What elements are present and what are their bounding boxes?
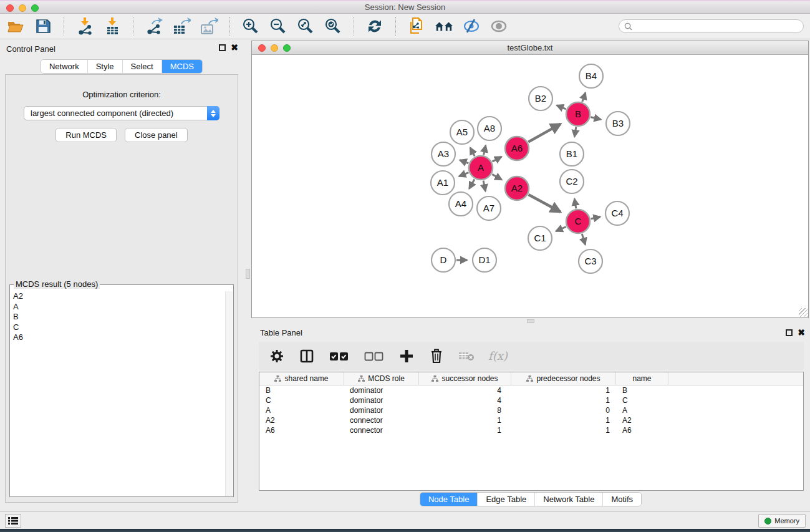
table-cell[interactable]: 1 [511,426,616,435]
function-builder-icon[interactable]: f(x) [488,349,508,362]
table-cell[interactable]: B [616,386,668,395]
network-snapshot-icon[interactable] [407,17,426,36]
tab-mcds[interactable]: MCDS [162,60,202,73]
graph-node-D1[interactable]: D1 [473,248,496,272]
graph-node-A8[interactable]: A8 [478,117,501,140]
memory-button[interactable]: Memory [758,514,806,528]
run-mcds-button[interactable]: Run MCDS [55,128,117,142]
column-header-mcds-role[interactable]: MCDS role [344,372,419,385]
table-cell[interactable]: A2 [616,416,668,425]
result-scrollbar[interactable] [225,291,233,496]
delete-column-icon[interactable] [428,348,445,364]
export-table-icon[interactable] [172,17,191,36]
table-row[interactable]: Adominator80A [259,405,803,415]
float-table-panel-icon[interactable] [786,329,793,336]
minimize-window-icon[interactable] [19,4,26,12]
graph-edge-A-A6[interactable] [493,157,502,162]
graph-node-C1[interactable]: C1 [528,226,552,250]
tab-select[interactable]: Select [123,60,162,73]
table-cell[interactable]: A2 [259,416,344,425]
tab-node-table[interactable]: Node Table [420,493,478,506]
import-table-icon[interactable] [103,17,122,36]
minimize-network-icon[interactable] [271,44,278,52]
column-header-name[interactable]: name [616,372,668,385]
criterion-dropdown[interactable]: largest connected component (directed) [24,106,219,120]
tab-motifs[interactable]: Motifs [603,493,641,506]
select-all-icon[interactable] [329,348,350,364]
delete-table-icon[interactable] [458,348,475,364]
graph-edge-A6-B[interactable] [528,124,561,142]
graph-node-B1[interactable]: B1 [560,142,584,166]
table-cell[interactable]: dominator [344,386,419,395]
graph-node-A3[interactable]: A3 [432,142,455,166]
close-table-panel-icon[interactable]: ✖ [798,329,805,336]
table-cell[interactable]: connector [344,416,419,425]
table-cell[interactable]: A6 [616,426,668,435]
window-resize-grip[interactable] [799,308,808,317]
zoom-out-icon[interactable] [269,17,287,36]
table-cell[interactable]: 1 [511,396,616,405]
refresh-icon[interactable] [365,17,384,36]
table-row[interactable]: Cdominator41C [259,395,803,405]
table-cell[interactable]: A [616,406,668,415]
graph-node-B2[interactable]: B2 [529,87,552,110]
table-cell[interactable]: dominator [344,396,419,405]
mcds-result-item[interactable]: A6 [13,332,231,343]
save-session-icon[interactable] [34,17,52,36]
hide-graphics-icon[interactable] [489,17,508,36]
home-layout-icon[interactable] [435,17,453,36]
close-panel-icon[interactable]: ✖ [231,44,238,51]
export-image-icon[interactable] [200,17,218,36]
table-cell[interactable]: B [259,386,344,395]
graph-edge-B-B2[interactable] [557,105,566,109]
graph-node-B3[interactable]: B3 [606,112,630,135]
graph-node-D[interactable]: D [432,248,455,272]
graph-edge-C-C4[interactable] [591,217,600,219]
graph-edge-A-A4[interactable] [470,179,475,188]
table-cell[interactable]: 4 [419,386,511,395]
graph-node-A1[interactable]: A1 [431,171,455,195]
table-cell[interactable]: 8 [419,406,511,415]
add-column-icon[interactable] [398,348,415,364]
tab-network[interactable]: Network [41,60,88,73]
graph-node-C2[interactable]: C2 [560,170,584,193]
graph-edge-A-A3[interactable] [460,160,468,163]
table-cell[interactable]: 1 [419,426,511,435]
table-settings-icon[interactable] [269,348,285,364]
export-network-icon[interactable] [145,17,163,36]
zoom-selected-icon[interactable] [324,17,342,36]
horizontal-splitter-handle[interactable] [527,319,534,323]
graph-node-C4[interactable]: C4 [605,201,629,225]
mcds-result-item[interactable]: A [13,302,231,312]
graph-edge-A2-C[interactable] [529,195,561,212]
search-field[interactable] [619,19,804,33]
import-network-icon[interactable] [75,17,94,36]
graph-node-A2[interactable]: A2 [505,177,529,200]
close-window-icon[interactable] [6,4,14,12]
graph-node-A7[interactable]: A7 [477,196,501,220]
table-row[interactable]: A6connector11A6 [259,425,803,435]
graph-edge-A-A2[interactable] [492,174,501,180]
close-panel-button[interactable]: Close panel [125,128,188,142]
graph-node-B4[interactable]: B4 [579,64,603,88]
table-cell[interactable]: 1 [511,386,616,395]
close-network-icon[interactable] [258,44,266,52]
network-canvas[interactable]: B4B2BB3A5A8A6A3AB1A1A2C2A4A7C4CC1DD1C3 [252,55,808,317]
graph-edge-B-B1[interactable] [574,127,576,137]
column-header-predecessor-nodes[interactable]: predecessor nodes [511,372,616,385]
deselect-all-icon[interactable] [364,348,385,364]
table-cell[interactable]: 1 [511,416,616,425]
graph-edge-C-C3[interactable] [582,234,585,244]
network-window-titlebar[interactable]: testGlobe.txt [252,41,808,55]
open-file-icon[interactable] [6,17,25,36]
maximize-window-icon[interactable] [31,4,39,12]
float-panel-icon[interactable] [219,44,226,51]
table-cell[interactable]: A [259,406,344,415]
search-input[interactable] [635,22,798,31]
graph-node-C[interactable]: C [566,210,590,233]
show-graphics-details-icon[interactable] [462,17,481,36]
graph-edge-C-C1[interactable] [556,227,566,231]
table-cell[interactable]: C [616,396,668,405]
tab-edge-table[interactable]: Edge Table [478,493,535,506]
zoom-fit-icon[interactable] [296,17,315,36]
